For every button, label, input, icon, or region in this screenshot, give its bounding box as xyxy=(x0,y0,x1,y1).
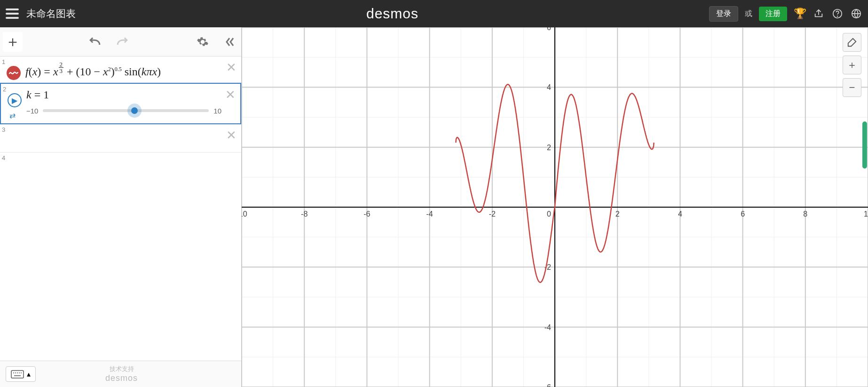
close-icon[interactable]: ✕ xyxy=(226,128,237,143)
svg-text:4: 4 xyxy=(678,210,682,218)
share-icon[interactable] xyxy=(813,8,825,20)
collapse-panel-icon[interactable] xyxy=(221,33,238,50)
svg-text:6: 6 xyxy=(741,210,745,218)
register-button[interactable]: 注册 xyxy=(759,7,787,21)
row-index: 2 xyxy=(3,86,6,93)
svg-text:10: 10 xyxy=(864,210,868,218)
svg-text:-6: -6 xyxy=(544,383,551,387)
login-button[interactable]: 登录 xyxy=(709,6,738,22)
expression-list: 1 ✕ f(x) = x23 + (10 − x2)0.5 sin(kπx) 2… xyxy=(0,56,241,361)
undo-icon[interactable] xyxy=(87,33,103,50)
row-index: 3 xyxy=(2,126,5,133)
zoom-out-button[interactable]: − xyxy=(843,78,861,97)
app-header: 未命名图表 desmos 登录 或 注册 🏆 xyxy=(0,0,868,27)
slider-variable-display[interactable]: k = 1 xyxy=(26,89,221,101)
svg-text:-2: -2 xyxy=(489,210,496,218)
loop-mode-icon[interactable]: ⇄ xyxy=(9,111,16,120)
svg-text:2: 2 xyxy=(615,210,620,218)
language-icon[interactable] xyxy=(850,8,862,20)
header-left: 未命名图表 xyxy=(6,7,76,20)
graph-controls: ＋ − xyxy=(843,33,861,97)
slider-control[interactable]: −10 10 xyxy=(26,107,221,115)
expression-row-1[interactable]: 1 ✕ f(x) = x23 + (10 − x2)0.5 sin(kπx) xyxy=(0,56,241,83)
graph-settings-icon[interactable] xyxy=(843,33,861,52)
graph-title[interactable]: 未命名图表 xyxy=(26,7,76,20)
keyboard-toggle-button[interactable]: ▴ xyxy=(6,366,36,382)
expression-panel: ＋ 1 xyxy=(0,27,242,387)
row-index: 4 xyxy=(2,154,5,161)
svg-point-1 xyxy=(837,16,838,16)
close-icon[interactable]: ✕ xyxy=(225,88,236,102)
settings-icon[interactable] xyxy=(194,33,211,50)
svg-text:-8: -8 xyxy=(301,210,308,218)
header-right: 登录 或 注册 🏆 xyxy=(709,6,862,22)
or-label: 或 xyxy=(745,9,752,19)
menu-icon[interactable] xyxy=(6,8,19,19)
add-expression-button[interactable]: ＋ xyxy=(3,32,23,52)
svg-text:-4: -4 xyxy=(544,323,551,331)
slider-max-label[interactable]: 10 xyxy=(213,107,221,115)
slider-thumb[interactable] xyxy=(131,107,138,114)
svg-rect-3 xyxy=(11,371,24,378)
svg-text:8: 8 xyxy=(803,210,807,218)
expression-latex[interactable]: f(x) = x23 + (10 − x2)0.5 sin(kπx) xyxy=(25,61,222,78)
svg-text:-4: -4 xyxy=(426,210,433,218)
redo-icon[interactable] xyxy=(114,33,131,50)
svg-text:2: 2 xyxy=(547,144,551,152)
help-icon[interactable] xyxy=(831,8,844,20)
scrollbar-vertical[interactable] xyxy=(862,121,867,169)
svg-text:-10: -10 xyxy=(242,210,247,218)
expression-toolbar: ＋ xyxy=(0,27,241,56)
color-swatch-icon[interactable] xyxy=(7,66,21,80)
row-index: 1 xyxy=(2,58,5,65)
slider-track[interactable] xyxy=(43,109,209,112)
svg-text:-6: -6 xyxy=(363,210,370,218)
svg-text:4: 4 xyxy=(547,83,551,91)
play-slider-icon[interactable]: ▶ xyxy=(8,93,22,107)
expression-row-3[interactable]: 3 ✕ xyxy=(0,124,241,153)
close-icon[interactable]: ✕ xyxy=(226,60,237,75)
svg-text:0: 0 xyxy=(547,210,551,218)
panel-footer: ▴ 技术支持 desmos xyxy=(0,361,241,387)
graph-area[interactable]: -10-8-6-4-2246810-6-4-22460 ＋ − xyxy=(242,27,868,387)
expression-row-4[interactable]: 4 xyxy=(0,153,241,181)
graph-canvas[interactable]: -10-8-6-4-2246810-6-4-22460 xyxy=(242,27,868,387)
slider-min-label[interactable]: −10 xyxy=(26,107,38,115)
zoom-in-button[interactable]: ＋ xyxy=(843,56,861,74)
chevron-up-icon: ▴ xyxy=(27,370,31,379)
main-area: ＋ 1 xyxy=(0,27,868,387)
brand-logo: desmos xyxy=(82,6,702,22)
expression-row-2[interactable]: 2 ▶ ⇄ ✕ k = 1 −10 10 xyxy=(0,83,241,124)
trophy-icon[interactable]: 🏆 xyxy=(794,8,806,20)
svg-text:6: 6 xyxy=(547,27,551,32)
powered-by: 技术支持 desmos xyxy=(36,365,207,383)
